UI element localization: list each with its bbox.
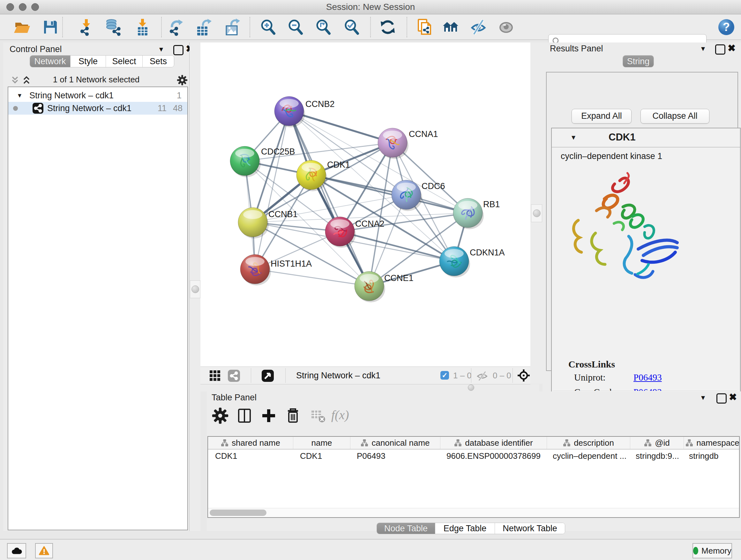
home-icon[interactable] — [442, 18, 460, 36]
fit-crosshair-icon[interactable] — [517, 369, 530, 382]
network-canvas[interactable]: CCNB2CCNA1CDC25BCDK1CDC6RB1CCNB1CCNA2CDK… — [200, 43, 530, 367]
window-minimize-button[interactable] — [19, 3, 26, 11]
node-label-CDKN1A: CDKN1A — [470, 248, 505, 257]
hide-icon[interactable] — [469, 18, 487, 36]
help-icon[interactable]: ? — [718, 18, 735, 36]
selected-checkbox-icon[interactable]: ✓ — [441, 371, 449, 380]
control-panel-menu-icon[interactable]: ▾ — [159, 44, 163, 54]
tab-string[interactable]: String — [623, 56, 654, 67]
network-node-CDKN1A[interactable]: CDKN1A — [440, 246, 505, 277]
cell-shared-name[interactable]: CDK1 — [208, 449, 293, 462]
memory-button[interactable]: Memory — [692, 543, 732, 558]
crosslink-value-link[interactable]: P06493 — [633, 372, 662, 382]
column-type-icon — [685, 439, 693, 447]
birdseye-icon[interactable] — [262, 370, 274, 382]
open-session-icon[interactable] — [13, 18, 30, 36]
delete-column-icon[interactable] — [284, 407, 302, 425]
warning-icon — [39, 546, 50, 556]
export-table-icon[interactable] — [195, 18, 212, 36]
column-header-namespace[interactable]: namespace — [684, 437, 740, 449]
column-header-@id[interactable]: @id — [630, 437, 684, 449]
bottom-splitter[interactable] — [200, 384, 539, 391]
gene-header[interactable]: ▾ CDK1 — [552, 128, 740, 147]
control-panel-title: Control Panel — [10, 44, 62, 54]
crosslink-row: Uniprot:P06493 — [574, 372, 662, 383]
window-close-button[interactable] — [6, 3, 14, 11]
gene-collapse-icon[interactable]: ▾ — [571, 133, 576, 142]
network-node-CCNA1[interactable]: CCNA1 — [378, 128, 438, 159]
table-panel-menu-icon[interactable]: ▾ — [701, 393, 705, 402]
network-node-CDK1[interactable]: CDK1 — [296, 160, 350, 191]
node-label-CCNB1: CCNB1 — [268, 209, 298, 219]
expand-all-button[interactable]: Expand All — [571, 109, 631, 124]
add-column-icon[interactable] — [260, 407, 278, 425]
tab-network-table[interactable]: Network Table — [495, 523, 565, 534]
refresh-icon[interactable] — [379, 18, 397, 36]
network-node-HIST1H1A[interactable]: HIST1H1A — [240, 254, 312, 286]
results-panel-float-icon[interactable] — [715, 44, 725, 55]
left-splitter[interactable] — [190, 43, 200, 531]
cell-canonical-name[interactable]: P06493 — [350, 449, 440, 462]
column-header-description[interactable]: description — [547, 437, 630, 449]
import-network-icon[interactable] — [77, 18, 95, 36]
statusbar: Memory — [0, 539, 741, 560]
warning-status-button[interactable] — [35, 543, 53, 558]
column-type-icon — [360, 439, 368, 447]
zoom-fit-icon[interactable] — [314, 18, 332, 36]
table-options-gear-icon[interactable] — [211, 407, 229, 425]
window-zoom-button[interactable] — [31, 3, 39, 11]
network-node-RB1[interactable]: RB1 — [453, 198, 500, 229]
network-selected-status: 1 of 1 Network selected — [3, 75, 189, 84]
column-header-database-identifier[interactable]: database identifier — [441, 437, 547, 449]
zoom-selected-icon[interactable] — [343, 18, 360, 36]
tab-network[interactable]: Network — [30, 56, 70, 67]
table-hscrollbar[interactable] — [208, 508, 739, 517]
show-icon[interactable] — [497, 18, 515, 36]
export-image-icon[interactable] — [223, 18, 241, 36]
table-header-row: shared namenamecanonical namedatabase id… — [208, 437, 740, 449]
network-node-CCNE1[interactable]: CCNE1 — [354, 271, 414, 302]
network-node-CCNA2[interactable]: CCNA2 — [325, 217, 385, 248]
cell-@id[interactable]: stringdb:9... — [629, 449, 682, 462]
grid-view-icon[interactable] — [209, 370, 221, 381]
copy-network-icon[interactable] — [416, 18, 434, 36]
network-view-row[interactable]: String Network – cdk1 11 48 — [8, 102, 187, 115]
table-panel-close-icon[interactable]: ✖ — [729, 392, 737, 402]
network-node-CCNB1[interactable]: CCNB1 — [238, 207, 298, 239]
column-header-canonical-name[interactable]: canonical name — [350, 437, 441, 449]
tab-select[interactable]: Select — [106, 56, 142, 67]
cell-name[interactable]: CDK1 — [293, 449, 350, 462]
network-node-CDC25B[interactable]: CDC25B — [230, 146, 295, 177]
column-header-shared-name[interactable]: shared name — [208, 437, 293, 449]
cell-namespace[interactable]: stringdb — [682, 449, 739, 462]
control-panel-float-icon[interactable] — [173, 45, 184, 55]
column-header-name[interactable]: name — [293, 437, 350, 449]
network-collection-row[interactable]: ▾ String Network – cdk1 1 — [8, 89, 187, 102]
tab-node-table[interactable]: Node Table — [377, 523, 435, 534]
tab-sets[interactable]: Sets — [142, 56, 174, 67]
table-tabs: Node Table Edge Table Network Table — [377, 523, 565, 534]
tab-style[interactable]: Style — [70, 56, 106, 67]
results-panel-close-icon[interactable]: ✖ — [728, 44, 736, 53]
cell-database-identifier[interactable]: 9606.ENSP00000378699 — [440, 449, 546, 462]
node-table[interactable]: shared namenamecanonical namedatabase id… — [207, 436, 740, 518]
results-panel-title: Results Panel — [550, 44, 603, 54]
network-options-gear-icon[interactable] — [177, 74, 188, 86]
zoom-out-icon[interactable] — [286, 18, 305, 36]
share-view-icon[interactable] — [228, 370, 240, 382]
table-row[interactable]: CDK1CDK1P064939606.ENSP00000378699cyclin… — [208, 449, 740, 462]
zoom-in-icon[interactable] — [259, 18, 277, 36]
tab-edge-table[interactable]: Edge Table — [435, 523, 495, 534]
save-session-icon[interactable] — [42, 18, 59, 36]
right-splitter[interactable] — [530, 43, 543, 384]
collapse-all-button[interactable]: Collapse All — [641, 109, 710, 124]
cloud-status-button[interactable] — [7, 543, 26, 558]
table-panel: Table Panel ▾ ✖ f(x) shared namenamecano… — [207, 391, 741, 531]
results-panel-menu-icon[interactable]: ▾ — [701, 44, 705, 53]
table-panel-float-icon[interactable] — [717, 393, 727, 403]
show-columns-icon[interactable] — [235, 407, 253, 425]
cell-description[interactable]: cyclin–dependent ... — [546, 449, 629, 462]
import-table-icon[interactable] — [134, 18, 151, 36]
export-network-icon[interactable] — [167, 18, 185, 36]
import-database-icon[interactable] — [105, 18, 122, 36]
